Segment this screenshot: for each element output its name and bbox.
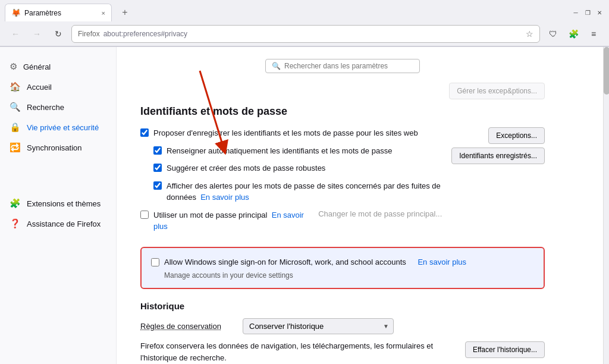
assistance-icon: ❓	[10, 218, 21, 229]
checkbox-wrap-suggerer: Suggérer et créer des mots de passe robu…	[153, 162, 442, 174]
historique-description: Firefox conservera les données de naviga…	[140, 340, 456, 363]
checkbox-mdp-principal[interactable]	[140, 211, 149, 219]
checkbox-wrap-alertes: Afficher des alertes pour les mots de pa…	[153, 180, 442, 203]
sidebar-label-assistance: Assistance de Firefox	[27, 219, 101, 228]
option-suggerer: Suggérer et créer des mots de passe robu…	[153, 162, 442, 174]
toolbar-right: 🛡 🧩 ≡	[545, 26, 602, 42]
sidebar: ⚙ Général 🏠 Accueil 🔍 Recherche 🔒 Vie pr…	[0, 47, 117, 364]
vie-privee-icon: 🔒	[10, 122, 21, 133]
alertes-learn-more-link[interactable]: En savoir plus	[200, 193, 249, 202]
maximize-button[interactable]: ❐	[583, 8, 592, 17]
sidebar-label-extensions: Extensions et thèmes	[27, 199, 101, 208]
sidebar-label-vie-privee: Vie privée et sécurité	[27, 123, 99, 132]
checkbox-wrap-renseigner: Renseigner automatiquement les identifia…	[153, 145, 442, 157]
main-layout: ⚙ Général 🏠 Accueil 🔍 Recherche 🔒 Vie pr…	[0, 47, 609, 364]
minimize-button[interactable]: ─	[571, 8, 580, 17]
sync-icon: 🔁	[10, 142, 21, 153]
label-suggerer: Suggérer et créer des mots de passe robu…	[167, 162, 325, 174]
historique-desc-row: Firefox conservera les données de naviga…	[140, 340, 545, 364]
windows-sso-row: Allow Windows single sign-on for Microso…	[151, 256, 534, 268]
sidebar-item-extensions[interactable]: 🧩 Extensions et thèmes	[0, 193, 116, 214]
identifiants-section: Proposer d'enregistrer les identifiants …	[140, 127, 545, 239]
window-controls: ─ ❐ ✕	[571, 8, 604, 17]
forward-button[interactable]: →	[29, 26, 45, 42]
menu-button[interactable]: ≡	[585, 26, 602, 42]
section-title-historique: Historique	[140, 301, 545, 311]
search-bar[interactable]: 🔍	[265, 59, 420, 73]
extensions-toolbar-icon[interactable]: 🧩	[565, 26, 582, 42]
address-browser-label: Firefox	[78, 30, 100, 38]
windows-sso-subtext: Manage accounts in your device settings	[164, 271, 534, 280]
exceptions-button[interactable]: Exceptions...	[488, 127, 545, 144]
option-mot-de-passe-principal: Utiliser un mot de passe principal En sa…	[140, 209, 442, 233]
tab-favicon: 🦊	[11, 8, 21, 17]
refresh-button[interactable]: ↻	[50, 26, 67, 42]
tab-close-button[interactable]: ×	[102, 10, 105, 17]
changer-mdp-btn-disabled: Changer le mot de passe principal...	[318, 209, 442, 218]
checkbox-alertes[interactable]	[153, 181, 162, 190]
search-input[interactable]	[284, 62, 413, 70]
bookmark-button[interactable]: ☆	[526, 29, 533, 39]
sidebar-item-sync[interactable]: 🔁 Synchronisation	[0, 137, 116, 158]
historique-row: Règles de conservation Conserver l'histo…	[140, 318, 545, 334]
sidebar-item-assistance[interactable]: ❓ Assistance de Firefox	[0, 214, 116, 234]
address-url: about:preferences#privacy	[103, 30, 522, 38]
historique-select[interactable]: Conserver l'historique Ne jamais conserv…	[243, 318, 394, 334]
checkbox-proposer[interactable]	[140, 128, 149, 137]
section-title-identifiants: Identifiants et mots de passe	[140, 105, 545, 118]
sidebar-item-accueil[interactable]: 🏠 Accueil	[0, 77, 116, 97]
effacer-desc-button: Gérer les excep&ptions...	[449, 83, 545, 99]
label-proposer: Proposer d'enregistrer les identifiants …	[153, 127, 418, 139]
browser-chrome: 🦊 Paramètres × + ─ ❐ ✕ ← → ↻ Firefox abo…	[0, 0, 609, 47]
extensions-icon: 🧩	[10, 198, 21, 209]
sidebar-label-sync: Synchronisation	[27, 143, 82, 152]
effacer-historique-button[interactable]: Effacer l'historique...	[465, 341, 545, 358]
windows-sso-learn-more-link[interactable]: En savoir plus	[417, 258, 466, 266]
search-icon: 🔍	[272, 62, 281, 70]
checkbox-suggerer[interactable]	[153, 164, 162, 172]
general-icon: ⚙	[10, 61, 17, 72]
title-bar: 🦊 Paramètres × + ─ ❐ ✕	[0, 0, 609, 21]
windows-sso-box: Allow Windows single sign-on for Microso…	[140, 247, 545, 290]
new-tab-button[interactable]: +	[117, 4, 133, 21]
back-button[interactable]: ←	[7, 26, 24, 42]
checkbox-renseigner[interactable]	[153, 146, 162, 155]
nav-bar: ← → ↻ Firefox about:preferences#privacy …	[0, 21, 609, 46]
historique-regles-label: Règles de conservation	[140, 322, 236, 331]
sidebar-item-recherche[interactable]: 🔍 Recherche	[0, 97, 116, 117]
scrollbar-thumb[interactable]	[604, 47, 609, 95]
address-bar[interactable]: Firefox about:preferences#privacy ☆	[71, 25, 540, 43]
option-renseigner: Renseigner automatiquement les identifia…	[153, 145, 442, 157]
identifiants-checkboxes: Proposer d'enregistrer les identifiants …	[140, 127, 442, 239]
checkbox-windows-sso[interactable]	[151, 258, 159, 266]
sidebar-label-general: Général	[23, 62, 51, 71]
sidebar-label-recherche: Recherche	[27, 103, 64, 112]
active-tab[interactable]: 🦊 Paramètres ×	[5, 4, 112, 21]
historique-select-wrap: Conserver l'historique Ne jamais conserv…	[243, 318, 394, 334]
option-alertes: Afficher des alertes pour les mots de pa…	[153, 180, 442, 203]
sidebar-item-general[interactable]: ⚙ Général	[0, 57, 116, 77]
sidebar-label-accueil: Accueil	[27, 83, 52, 92]
content-inner: 🔍 Gérer les excep&ptions... Identifiants…	[117, 47, 569, 364]
close-button[interactable]: ✕	[595, 8, 604, 17]
tab-title: Paramètres	[24, 9, 61, 17]
label-alertes: Afficher des alertes pour les mots de pa…	[167, 180, 442, 203]
option-proposer: Proposer d'enregistrer les identifiants …	[140, 127, 442, 139]
sidebar-item-vie-privee[interactable]: 🔒 Vie privée et sécurité	[0, 117, 116, 137]
checkbox-wrap-proposer: Proposer d'enregistrer les identifiants …	[140, 127, 442, 139]
label-renseigner: Renseigner automatiquement les identifia…	[167, 145, 392, 157]
content-area: 🔍 Gérer les excep&ptions... Identifiants…	[117, 47, 603, 364]
identifiants-buttons: Exceptions... Identifiants enregistrés..…	[451, 127, 545, 164]
label-mdp-principal: Utiliser un mot de passe principal En sa…	[153, 209, 313, 233]
accueil-icon: 🏠	[10, 81, 21, 92]
scrollbar-track[interactable]	[603, 47, 609, 364]
identifiants-enregistres-button[interactable]: Identifiants enregistrés...	[451, 148, 545, 164]
checkbox-wrap-mdp: Utiliser un mot de passe principal En sa…	[140, 209, 313, 233]
shield-toolbar-icon[interactable]: 🛡	[545, 26, 561, 42]
search-bar-container: 🔍	[140, 59, 545, 73]
recherche-icon: 🔍	[10, 102, 21, 112]
label-windows-sso: Allow Windows single sign-on for Microso…	[164, 256, 406, 268]
windows-sso-inner: Allow Windows single sign-on for Microso…	[151, 256, 534, 280]
